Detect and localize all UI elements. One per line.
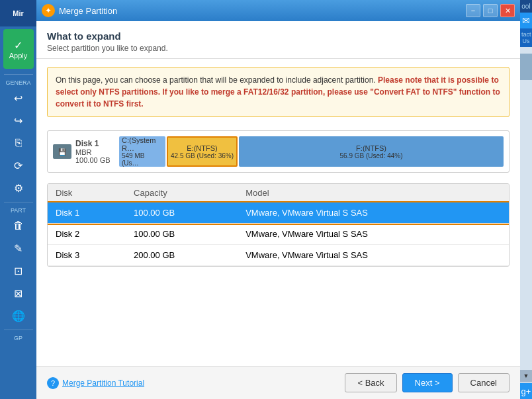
step-header: What to expand Select partition you like…: [36, 21, 520, 59]
col-capacity: Capacity: [126, 184, 238, 202]
partition-data[interactable]: F:(NTFS) 56.9 GB (Used: 44%): [239, 136, 504, 167]
contact-label: tact Us: [520, 28, 532, 47]
apply-button[interactable]: ✓ Apply: [3, 29, 34, 69]
step-title: What to expand: [47, 30, 510, 42]
sidebar-icon-export[interactable]: ⊡: [7, 260, 30, 281]
sidebar-icon-undo[interactable]: ↩: [7, 87, 30, 109]
partition-data-label: F:(NTFS): [356, 144, 386, 152]
cell-model: VMware, VMware Virtual S SAS: [238, 202, 509, 224]
bottom-buttons: < Back Next > Cancel: [345, 373, 510, 392]
table-header: Disk Capacity Model: [48, 184, 509, 202]
col-model: Model: [238, 184, 509, 202]
next-button[interactable]: Next >: [402, 373, 453, 392]
general-section-title: Genera: [0, 77, 36, 87]
cell-model: VMware, VMware Virtual S SAS: [238, 224, 509, 245]
cell-capacity: 200.00 GB: [126, 245, 238, 266]
divider-1: [4, 74, 33, 75]
scroll-down-btn[interactable]: ▼: [520, 370, 532, 382]
info-box: On this page, you can choose a partition…: [47, 67, 510, 117]
disk-table: Disk Capacity Model Disk 1 100.00 GB VMw…: [48, 184, 509, 266]
partition-system-size: 549 MB (Us…: [122, 152, 163, 167]
cell-capacity: 100.00 GB: [126, 224, 238, 245]
partition-selected-label: E:(NTFS): [187, 144, 217, 152]
disk-table-container: Disk Capacity Model Disk 1 100.00 GB VMw…: [47, 183, 510, 267]
right-tool-label: ool: [520, 0, 532, 13]
disk-size: 100.00 GB: [75, 156, 111, 164]
partition-data-size: 56.9 GB (Used: 44%): [340, 152, 403, 159]
cancel-button[interactable]: Cancel: [458, 373, 510, 392]
dialog-content: What to expand Select partition you like…: [36, 21, 520, 399]
disk-name: Disk 1: [75, 139, 111, 148]
sidebar-icon-trash[interactable]: 🗑: [7, 215, 30, 236]
table-row[interactable]: Disk 2 100.00 GB VMware, VMware Virtual …: [48, 224, 509, 245]
cell-model: VMware, VMware Virtual S SAS: [238, 245, 509, 266]
gp-section-title: GP: [0, 333, 36, 342]
table-body: Disk 1 100.00 GB VMware, VMware Virtual …: [48, 202, 509, 266]
sidebar: Mir ✓ Apply Genera ↩ ↪ ⎘ ⟳ ⚙ Part 🗑 ✎ ⊡ …: [0, 0, 36, 399]
sidebar-icon-refresh[interactable]: ⟳: [7, 155, 30, 176]
disk-icon: 💾: [53, 144, 71, 159]
partition-selected-size: 42.5 GB (Used: 36%): [171, 152, 234, 159]
minimize-button[interactable]: −: [466, 4, 480, 17]
title-bar: ✦ Merge Partition − □ ✕: [36, 0, 520, 21]
disk-meta: Disk 1 MBR 100.00 GB: [75, 139, 111, 164]
cell-capacity: 100.00 GB: [126, 202, 238, 224]
sidebar-icon-redo[interactable]: ↪: [7, 110, 30, 131]
info-text: On this page, you can choose a partition…: [56, 75, 376, 85]
window-title: Merge Partition: [59, 6, 117, 16]
sidebar-icon-settings[interactable]: ⚙: [7, 177, 30, 199]
social-icon[interactable]: g+: [520, 383, 532, 399]
sidebar-icon-edit[interactable]: ✎: [7, 238, 30, 259]
back-button[interactable]: < Back: [345, 373, 396, 392]
partition-section-title: Part: [0, 205, 36, 214]
main-area: ✦ Merge Partition − □ ✕ What to expand S…: [36, 0, 520, 399]
cell-disk: Disk 3: [48, 245, 126, 266]
partition-system-label: C:(System R…: [122, 136, 163, 152]
step-subtitle: Select partition you like to expand.: [47, 44, 510, 53]
close-button[interactable]: ✕: [500, 4, 515, 17]
disk-type: MBR: [75, 148, 111, 156]
maximize-button[interactable]: □: [483, 4, 498, 17]
table-row[interactable]: Disk 1 100.00 GB VMware, VMware Virtual …: [48, 202, 509, 224]
help-icon: ?: [47, 377, 59, 389]
bottom-bar: ? Merge Partition Tutorial < Back Next >…: [36, 366, 520, 399]
col-disk: Disk: [48, 184, 126, 202]
partition-selected[interactable]: E:(NTFS) 42.5 GB (Used: 36%): [167, 136, 238, 167]
sidebar-icon-globe[interactable]: 🌐: [7, 305, 30, 326]
scroll-thumb[interactable]: [520, 54, 532, 80]
table-row[interactable]: Disk 3 200.00 GB VMware, VMware Virtual …: [48, 245, 509, 266]
partition-system[interactable]: C:(System R… 549 MB (Us…: [119, 136, 165, 167]
window-icon: ✦: [42, 4, 55, 17]
right-strip: ool ✉ tact Us ▼ g+: [520, 0, 532, 399]
sidebar-top-label: Mir: [0, 0, 36, 26]
spacer: [36, 272, 520, 366]
divider-2: [4, 202, 33, 202]
scroll-track[interactable]: [520, 47, 532, 370]
partitions-bar: C:(System R… 549 MB (Us… E:(NTFS) 42.5 G…: [119, 136, 504, 167]
email-icon[interactable]: ✉: [520, 13, 532, 28]
divider-3: [4, 330, 33, 330]
cell-disk: Disk 2: [48, 224, 126, 245]
disk-info: 💾 Disk 1 MBR 100.00 GB: [53, 139, 112, 164]
app-name-label: Mir: [13, 9, 24, 17]
disk-visual: 💾 Disk 1 MBR 100.00 GB C:(System R… 549 …: [47, 130, 510, 173]
cell-disk: Disk 1: [48, 202, 126, 224]
apply-checkmark-icon: ✓: [14, 39, 22, 52]
sidebar-icon-resize[interactable]: ⊠: [7, 283, 30, 304]
sidebar-icon-copy[interactable]: ⎘: [7, 132, 30, 154]
tutorial-link-text: Merge Partition Tutorial: [62, 378, 144, 388]
tutorial-link[interactable]: ? Merge Partition Tutorial: [47, 377, 144, 389]
apply-label: Apply: [9, 52, 28, 60]
title-controls: − □ ✕: [466, 4, 515, 17]
